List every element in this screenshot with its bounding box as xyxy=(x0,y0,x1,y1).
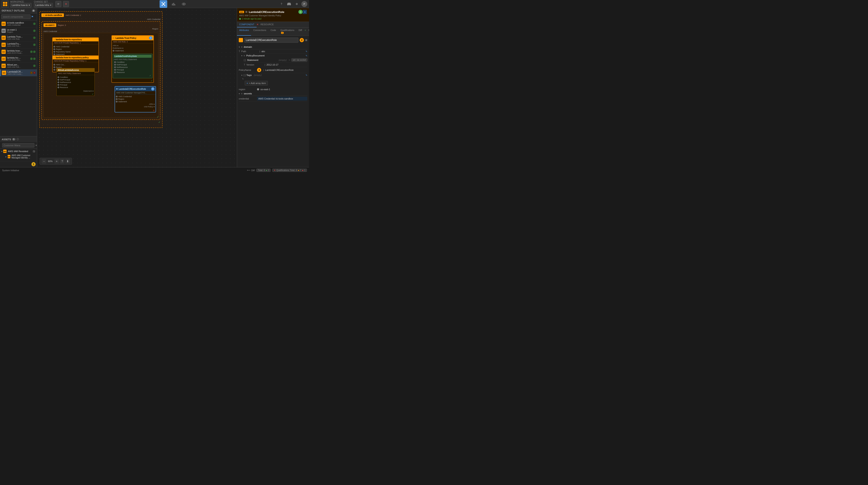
outline-title: DEFAULT OUTLINE xyxy=(2,9,25,12)
tab-debug[interactable]: Debug xyxy=(306,28,309,36)
tab-component[interactable]: COMPONENT xyxy=(237,22,256,27)
sidebar-item-lambdaecr[interactable]: aws LambdaECR... AWS IAM Custo... ! ✕ xyxy=(0,69,37,76)
item-icon: aws xyxy=(1,22,6,26)
zoom-out-button[interactable]: − xyxy=(41,159,46,164)
rp-edit-button[interactable]: ⊞ xyxy=(303,10,307,14)
app-logo xyxy=(2,1,8,7)
check-icon: ✓ xyxy=(149,74,151,77)
item-status: ✓ xyxy=(33,30,36,32)
changeset-select[interactable]: Lambda Infra ▾ xyxy=(34,3,53,7)
sidebar-item-lambdatru[interactable]: aws LambdaTru... AWS IAM Poli... ✓ xyxy=(0,41,37,48)
path-edit-link[interactable]: ✎ xyxy=(306,50,307,53)
eye-view-button[interactable] xyxy=(180,0,188,8)
workspace-section: WORKSPACE: Lambha how-to ▾ xyxy=(10,1,31,7)
discord-button[interactable] xyxy=(286,1,292,7)
node-allow-footer: Statement ● xyxy=(57,90,94,93)
sidebar-item-lambda-how-repo[interactable]: aws lambda-how-... AWS ECR Privat... ✓ ✓ xyxy=(0,48,37,55)
tab-qualifications[interactable]: Qualifications 1 xyxy=(278,28,297,36)
assets-sub-item[interactable]: ▸ aws AWS IAM Customer Managed Identity … xyxy=(5,154,34,160)
assets-group: ▾ aws AWS IAM Revisited 1 ▸ aws AWS IAM … xyxy=(0,149,37,161)
domain-section-header[interactable]: ▾ ≡ domain xyxy=(239,45,307,49)
node-allow-lambda[interactable]: AllowLambdaAccess AWS IAM Policy Stateme… xyxy=(57,68,95,96)
sidebar-item-lambda-ho-policy[interactable]: aws lambda-ho-... AWS ECR Priv... ✓ ✓ xyxy=(0,55,37,62)
item-name: Lambda Trus... xyxy=(7,35,32,38)
help-canvas-button[interactable]: ? xyxy=(60,159,64,164)
item-name: lambda-how-... xyxy=(7,50,29,52)
policy-doc-header[interactable]: ▾ ≡ PolicyDocument ✎ xyxy=(241,54,307,58)
workspace-select[interactable]: Lambha how-to ▾ xyxy=(10,3,31,7)
sidebar-item-allowlam[interactable]: aws AllowLam... AWS IAM Poli... ✓ xyxy=(0,62,37,69)
tags-header[interactable]: ▾ [ ] Tags (empty) ✎ xyxy=(241,73,307,77)
zoom-in-button[interactable]: + xyxy=(54,159,59,164)
p-stmt: Statement xyxy=(116,100,155,103)
node-policy-header: □ lambda-how-to-repository-policy xyxy=(53,56,98,59)
node-ecr-add[interactable]: + xyxy=(151,87,155,91)
node-ecr-role[interactable]: ⊞ LambdaECRExecutionRole + AWS IAM Custo… xyxy=(115,86,156,112)
item-icon: aws xyxy=(1,42,6,47)
region-label-right: Region xyxy=(43,28,158,30)
component-name-input[interactable] xyxy=(244,37,299,43)
policy-doc-edit[interactable]: ✎ xyxy=(306,55,307,57)
statement-label: Statement xyxy=(247,59,277,61)
aws-credential-label: AWS Credential xyxy=(41,18,160,20)
node-ecr-icon: ⊞ xyxy=(116,88,118,90)
add-array-button[interactable]: + + Add array item xyxy=(245,81,268,86)
port-dot xyxy=(54,46,55,47)
help-button[interactable]: ? xyxy=(278,1,284,7)
diagram-view-button[interactable] xyxy=(160,0,167,8)
port-dot xyxy=(54,66,55,68)
node-trust-policy[interactable]: □ Lambda Trust Policy + AWS IAM Role: 3 … xyxy=(112,35,154,83)
port-label: Statement xyxy=(56,53,64,55)
node-repo-body: AWS Credential Region Repository Name St… xyxy=(53,44,98,57)
tab-connections[interactable]: Connections xyxy=(251,28,268,36)
sidebar-item-lambda-trust[interactable]: aws Lambda Trus... AWS IAM Role ✓ xyxy=(0,34,37,41)
sidebar-item-si-tools-sandbox[interactable]: aws si-tools-sandbox AWS Credential ✓ xyxy=(0,20,37,27)
assets-search-input[interactable] xyxy=(2,143,34,148)
assets-info-icon[interactable]: ⓘ xyxy=(17,138,19,141)
assets-clear-icon[interactable]: ✕ xyxy=(35,144,37,147)
analytics-view-button[interactable] xyxy=(170,0,178,8)
region-inner: □ lambda-how-to-repository AWS ECR Priva… xyxy=(43,33,158,118)
port-aws-region: Region xyxy=(54,48,98,51)
node-trust-title: Lambda Trust Policy xyxy=(116,37,148,39)
grid-icon[interactable]: ⊞ xyxy=(305,39,307,41)
merge-button[interactable]: ⟳ xyxy=(55,1,61,7)
node-trust-state[interactable]: LambdaTrustPolicyState AWS IAM Policy St… xyxy=(113,54,153,78)
item-icon: aws xyxy=(1,50,6,54)
canvas[interactable]: □ si-tools-sandbox AWS Credential: 1 AWS… xyxy=(37,8,237,167)
rp-add-button[interactable]: + xyxy=(299,10,303,14)
total-count: 8 xyxy=(264,169,265,171)
tab-resource[interactable]: RESOURCE xyxy=(258,22,276,27)
tab-diff[interactable]: Diff xyxy=(297,28,304,36)
item-icon: aws xyxy=(2,70,6,75)
filter-icon[interactable]: ⚑ xyxy=(31,15,34,18)
settings-button[interactable]: ⚙ xyxy=(294,1,300,7)
item-type: AWS IAM Poli... xyxy=(7,66,32,68)
item-info: LambdaECR... AWS IAM Custo... xyxy=(7,70,29,75)
bracket-icon: [ ] xyxy=(244,74,246,76)
tab-attributes[interactable]: Attributes xyxy=(237,28,251,36)
tab-code[interactable]: Code xyxy=(269,28,278,36)
sidebar-item-us-east-1[interactable]: aws us-east-1 Region ✓ xyxy=(0,27,37,34)
rp-title-row: aws ⊞ LambdaECRExecutionRole + xyxy=(239,10,303,14)
qual-x-icon: ✕ xyxy=(274,169,276,171)
secrets-section-header[interactable]: ▾ ≡ secrets xyxy=(239,91,307,96)
workspace-label: WORKSPACE: xyxy=(10,1,31,3)
sandbox-icon: □ xyxy=(43,14,44,17)
tags-edit[interactable]: ✎ xyxy=(306,74,307,76)
warn-icon: ⚠ xyxy=(153,109,155,111)
delete-changeset-button[interactable]: ✕ xyxy=(63,1,69,7)
check-icon: ✓ xyxy=(92,93,94,95)
attr-region: region us-east-1 xyxy=(239,87,307,91)
component-close-icon[interactable]: ✕ xyxy=(256,22,258,27)
set-button[interactable]: set: via socket xyxy=(291,58,307,62)
sidebar: DEFAULT OUTLINE 8 ⚑ aws si-tools-sandbox… xyxy=(0,8,37,167)
search-input[interactable] xyxy=(1,14,31,19)
diff-add-icon[interactable]: + xyxy=(304,28,306,36)
attr-section-secrets: ▾ ≡ secrets credential AWS Credential /s… xyxy=(239,91,307,102)
download-button[interactable]: ⬇ xyxy=(65,159,70,164)
node-trust-add[interactable]: + xyxy=(149,36,152,40)
sandbox-header: □ si-tools-sandbox xyxy=(41,13,64,17)
assets-group-header[interactable]: ▾ aws AWS IAM Revisited 1 xyxy=(1,150,36,153)
user-avatar[interactable]: P xyxy=(301,1,307,7)
